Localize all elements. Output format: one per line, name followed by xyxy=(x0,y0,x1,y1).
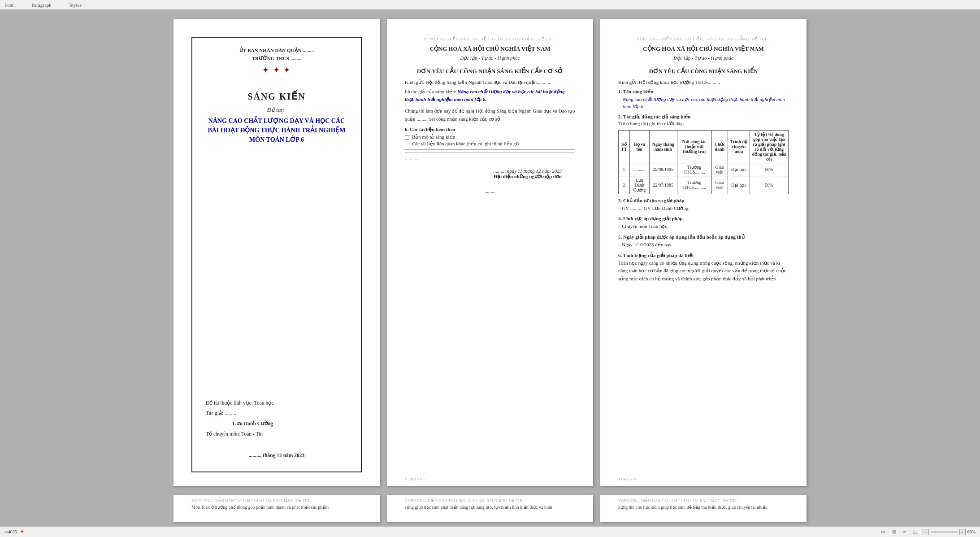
page2-sign-title: Đại diện những người nộp đơn xyxy=(405,174,562,179)
page2-watermark-bottom: YOPO.VN— xyxy=(405,477,427,481)
zoom-in-button[interactable]: + xyxy=(959,529,966,535)
page3-section3-text: – GV ........., GV Lưu Danh Cường. xyxy=(618,205,789,213)
page2-sign-area: ........., ngày 11 tháng 12 năm 2023 Đại… xyxy=(405,168,562,179)
table-header-dob: Ngày tháng năm sinh xyxy=(649,130,677,163)
page1-main-title: SÁNG KIẾN xyxy=(206,91,347,102)
page2-ellipsis: ......... xyxy=(405,188,575,194)
table-cell-edu-1: Đại học xyxy=(728,163,750,176)
page3-section4-label: 4. Lĩnh vực áp dụng giải pháp xyxy=(618,216,789,222)
page3-section1-label: 1. Tên sáng kiến xyxy=(618,89,789,95)
status-right: ▭ ⊞ ≡ 📖 − + 60% xyxy=(880,528,976,536)
page2-form-title: ĐƠN YÊU CẦU CÔNG NHẬN SÁNG KIẾN CẤP CƠ S… xyxy=(405,68,575,75)
page2-checkbox2-label: Các tài liệu liên quan khác (nếu có, ghi… xyxy=(412,141,519,147)
page1-subtitle-area: Đề tài: xyxy=(206,106,347,114)
page2-checkbox1-item: Bản mô tả sáng kiến xyxy=(405,134,575,140)
page1-org-line2: TRƯỜNG THCS ......... xyxy=(206,55,347,63)
table-cell-ratio-1: 50% xyxy=(750,163,788,176)
toolbar-styles-label: Styles xyxy=(69,2,82,8)
page3-section3-label: 3. Chủ đầu tư tạo ra giải pháp xyxy=(618,198,789,204)
read-view-icon[interactable]: 📖 xyxy=(912,528,919,536)
page3-section5-label: 5. Ngày giải pháp được áp dụng lần đầu h… xyxy=(618,234,789,240)
table-cell-dob-1: 29/08/1995 xyxy=(649,163,677,176)
page3-section2-intro: Tôi (chúng tôi) ghi tên dưới đây: xyxy=(618,121,789,127)
page1-info: Đề tài thuộc lĩnh vực: Toán học Tác giả:… xyxy=(206,398,347,439)
table-row: 2 Lưu Danh Cường 22/07/1985 Trường THCS.… xyxy=(619,176,789,194)
page3-watermark-top: YOPO.VN— DIỄN ĐÀN TÀI LIỆU, GIÁO ÁN, BÀI… xyxy=(618,37,789,41)
table-header-name: Họ và tên xyxy=(629,130,649,163)
bottom-text-1: Môn Toán ở trường phổ thông góp phần hìn… xyxy=(191,505,362,510)
status-left: 4:4035 ✦ xyxy=(4,528,24,535)
page1-field: Đề tài thuộc lĩnh vực: Toán học xyxy=(206,398,347,408)
zoom-out-button[interactable]: − xyxy=(923,529,929,535)
page3-org-line1: CỘNG HOÀ XÃ HỘI CHỦ NGHĨA VIỆT NAM xyxy=(618,44,789,54)
zoom-slider[interactable] xyxy=(931,531,958,533)
page3-section6-text: Toán học ngày càng có nhiều ứng dụng tro… xyxy=(618,259,789,283)
bottom-watermark-2: YOPO.VN— DIỄN ĐÀN TÀI LIỆU, GIÁO ÁN, BÀI… xyxy=(405,498,575,503)
page3-table: Số TT Họ và tên Ngày tháng năm sinh Nơi … xyxy=(618,130,789,194)
page2-org-line2: Độc lập - Tự do - Hạnh phúc xyxy=(405,54,575,62)
page2-checkbox1-label: Bản mô tả sáng kiến xyxy=(412,134,455,140)
page2-checkbox2-item: Các tài liệu liên quan khác (nếu có, ghi… xyxy=(405,141,575,147)
page2-dots-line3: ........... xyxy=(405,156,575,161)
page3-section4-text: – Chuyên môn Toán học. xyxy=(618,223,789,231)
page2-checkbox2-box xyxy=(405,142,409,146)
page3-section6-label: 6. Tình trạng của giải pháp đã biết xyxy=(618,253,789,258)
bottom-watermark-1: YOPO.VN— DIỄN ĐÀN TÀI LIỆU, GIÁO ÁN, BÀI… xyxy=(191,498,362,503)
page3-section5-text: – Ngày 1/10/2023 đến nay. xyxy=(618,241,789,249)
page2-address-text: Kính gửi: Hội đồng Sáng kiến Ngành Giáo … xyxy=(405,79,551,85)
bottom-pages-area: YOPO.VN— DIỄN ĐÀN TÀI LIỆU, GIÁO ÁN, BÀI… xyxy=(0,495,980,526)
page3-org: CỘNG HOÀ XÃ HỘI CHỦ NGHĨA VIỆT NAM Độc l… xyxy=(618,44,789,62)
page2-intro-text: Là tác giả của sáng kiến: xyxy=(405,89,456,94)
page-2: YOPO.VN— DIỄN ĐÀN TÀI LIỆU, GIÁO ÁN, BÀI… xyxy=(387,19,593,486)
table-cell-stt-1: 1 xyxy=(619,163,630,176)
bottom-page-1: YOPO.VN— DIỄN ĐÀN TÀI LIỆU, GIÁO ÁN, BÀI… xyxy=(173,495,380,522)
bottom-page-3: YOPO.VN— DIỄN ĐÀN TÀI LIỆU, GIÁO ÁN, BÀI… xyxy=(600,495,807,522)
page3-address: Kính gửi: Hội đồng khoa học trường THCS.… xyxy=(618,79,789,85)
page2-org: CỘNG HOÀ XÃ HỘI CHỦ NGHĨA VIỆT NAM Độc l… xyxy=(405,44,575,62)
table-cell-workplace-1: Trường THCS......... xyxy=(677,163,711,176)
toolbar: Font Paragraph Styles xyxy=(0,0,980,10)
page2-org-line1: CỘNG HOÀ XÃ HỘI CHỦ NGHĨA VIỆT NAM xyxy=(405,44,575,54)
toolbar-paragraph-label: Paragraph xyxy=(31,2,52,8)
page2-checkbox1-box xyxy=(405,135,409,140)
page1-subject: Tổ chuyên môn: Toán - Tin xyxy=(206,429,347,439)
page3-section2-label: 2. Tác giả, đồng tác giả sáng kiến xyxy=(618,114,789,120)
page3-form-title: ĐƠN YÊU CẦU CÔNG NHẬN SÁNG KIẾN xyxy=(618,68,789,75)
table-row: 1 ........... 29/08/1995 Trường THCS....… xyxy=(619,163,789,176)
page2-dots-line2 xyxy=(405,153,575,153)
toolbar-font-label: Font xyxy=(4,2,13,8)
table-header-title: Chức danh xyxy=(711,130,728,163)
page-1: ỦY BAN NHÂN DÂN QUẬN ......... TRƯỜNG TH… xyxy=(173,19,380,486)
page3-org-line2: Độc lập - Tự do - Hạnh phúc xyxy=(618,54,789,62)
page2-dots-line1 xyxy=(405,149,575,150)
normal-view-icon[interactable]: ▭ xyxy=(880,528,887,536)
bottom-watermark-3: YOPO.VN— DIỄN ĐÀN TÀI LIỆU, GIÁO ÁN, BÀI… xyxy=(618,498,789,503)
page2-watermark-top: YOPO.VN— DIỄN ĐÀN TÀI LIỆU, GIÁO ÁN, BÀI… xyxy=(405,37,575,41)
table-cell-dob-2: 22/07/1985 xyxy=(649,176,677,194)
web-view-icon[interactable]: ⊞ xyxy=(890,528,898,536)
table-cell-name-1: ........... xyxy=(629,163,649,176)
status-icon-star: ✦ xyxy=(20,528,24,535)
zoom-value: 60% xyxy=(967,529,976,534)
status-bar: 4:4035 ✦ ▭ ⊞ ≡ 📖 − + 60% xyxy=(0,526,980,537)
document-area: ỦY BAN NHÂN DÂN QUẬN ......... TRƯỜNG TH… xyxy=(0,10,980,495)
outline-view-icon[interactable]: ≡ xyxy=(901,528,908,536)
table-header-edu: Trình độ chuyên môn xyxy=(728,130,750,163)
page2-body-text: Chúng tôi làm đơn này để đề nghị Hội đồn… xyxy=(405,107,575,123)
page2-section6: 6. Các tài liệu kèm theo xyxy=(405,127,575,132)
table-cell-name-2: Lưu Danh Cường xyxy=(629,176,649,194)
page1-author-label: Tác giả: ......... xyxy=(206,408,347,419)
table-header-stt: Số TT xyxy=(619,130,630,163)
page1-content: ỦY BAN NHÂN DÂN QUẬN ......... TRƯỜNG TH… xyxy=(191,37,362,472)
table-cell-workplace-2: Trường THCS........... xyxy=(677,176,711,194)
page-3: YOPO.VN— DIỄN ĐÀN TÀI LIỆU, GIÁO ÁN, BÀI… xyxy=(600,19,807,486)
bottom-text-3: hứng thú cho học sinh, giúp học sinh dễ … xyxy=(618,505,789,510)
table-cell-ratio-2: 50% xyxy=(750,176,788,194)
page1-topic: NÂNG CAO CHẤT LƯỢNG DẠY VÀ HỌC CÁC BÀI H… xyxy=(206,116,347,144)
table-header-workplace: Nơi công tác (hoặc nơi thường trú) xyxy=(677,130,711,163)
page2-address: Kính gửi: Hội đồng Sáng kiến Ngành Giáo … xyxy=(405,79,575,85)
page1-author-name: Lưu Danh Cường xyxy=(233,419,347,429)
page1-subtitle-label: Đề tài: xyxy=(267,106,285,113)
page3-section1-text: Nâng cao chất lượng dạy và học các bài h… xyxy=(618,96,789,110)
bottom-text-2: sống giúp học sinh phát triển năng lực s… xyxy=(405,505,575,510)
